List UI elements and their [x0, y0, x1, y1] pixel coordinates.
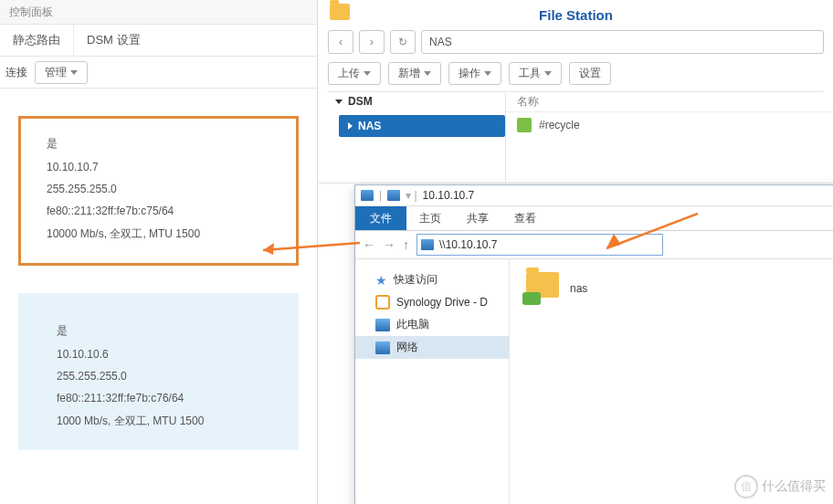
pc-icon	[361, 190, 374, 201]
watermark: 值 什么值得买	[734, 475, 826, 499]
iface2-ip: 10.10.10.6	[57, 343, 273, 365]
manage-button[interactable]: 管理	[35, 61, 88, 84]
recycle-icon	[517, 118, 532, 132]
explorer-content: nas	[510, 259, 833, 504]
reload-button[interactable]: ↻	[390, 30, 416, 54]
chevron-down-icon	[335, 100, 343, 104]
chevron-down-icon	[544, 71, 552, 76]
back-button[interactable]: ‹	[328, 30, 353, 54]
path-box[interactable]: NAS	[421, 30, 824, 54]
column-name[interactable]: 名称	[506, 91, 833, 112]
tree-node-nas[interactable]: NAS	[339, 115, 505, 137]
star-icon: ★	[375, 273, 387, 288]
ribbon-file[interactable]: 文件	[355, 206, 406, 230]
settings-button[interactable]: 设置	[569, 62, 611, 85]
file-station-toolbar: 上传 新增 操作 工具 设置	[328, 60, 824, 92]
pc-icon	[421, 239, 434, 250]
iface1-link: 10000 Mb/s, 全双工, MTU 1500	[47, 222, 270, 247]
nav-network[interactable]: 网络	[355, 336, 509, 359]
watermark-text: 什么值得买	[762, 478, 826, 495]
address-bar-row: ← → ↑	[355, 231, 833, 259]
chevron-down-icon	[484, 71, 491, 76]
tab-static-route[interactable]: 静态路由	[0, 25, 73, 56]
file-station-title: File Station	[319, 7, 833, 23]
pc-icon	[375, 319, 390, 331]
tree-root[interactable]: DSM	[328, 91, 505, 111]
chevron-down-icon	[424, 71, 431, 76]
list-item[interactable]: nas	[522, 272, 587, 305]
window-title-text: 10.10.10.7	[423, 189, 475, 202]
iface2-mask: 255.255.255.0	[57, 365, 273, 387]
iface1-ipv6: fe80::211:32ff:fe7b:c75/64	[47, 200, 270, 222]
chevron-down-icon	[364, 71, 371, 76]
ribbon-share[interactable]: 共享	[454, 206, 501, 230]
action-button[interactable]: 操作	[448, 62, 501, 85]
connect-label: 连接	[5, 65, 27, 80]
file-station-nav: ‹ › ↻ NAS	[328, 29, 824, 55]
chevron-right-icon	[348, 122, 353, 130]
nav-this-pc[interactable]: 此电脑	[355, 313, 509, 336]
nav-forward-icon[interactable]: →	[383, 237, 395, 252]
nas-share-icon	[522, 272, 561, 305]
interface-2-row[interactable]: 是 10.10.10.6 255.255.255.0 fe80::211:32f…	[18, 293, 299, 450]
item-label: #recycle	[539, 119, 580, 131]
nav-synology-drive[interactable]: Synology Drive - D	[355, 291, 509, 313]
explorer-nav-pane: ★快速访问 Synology Drive - D 此电脑 网络	[355, 259, 510, 504]
windows-explorer: | ▾ | 10.10.10.7 文件 主页 共享 查看 ← → ↑ ★快速访问…	[354, 184, 833, 504]
watermark-icon: 值	[734, 475, 758, 499]
tab-dsm-settings[interactable]: DSM 设置	[73, 25, 153, 56]
iface2-link: 1000 Mb/s, 全双工, MTU 1500	[57, 409, 273, 434]
tool-button[interactable]: 工具	[509, 62, 562, 85]
synology-drive-icon	[375, 295, 390, 310]
iface2-ipv6: fe80::211:32ff:fe7b:c76/64	[57, 387, 273, 409]
address-input[interactable]	[438, 237, 659, 252]
pc-icon	[387, 190, 400, 201]
address-bar[interactable]	[416, 234, 663, 256]
window-titlebar: | ▾ | 10.10.10.7	[355, 185, 833, 206]
network-icon	[375, 341, 390, 354]
nav-back-icon[interactable]: ←	[363, 237, 375, 252]
create-button[interactable]: 新增	[388, 62, 441, 85]
ribbon: 文件 主页 共享 查看	[355, 206, 833, 231]
iface1-ip: 10.10.10.7	[47, 156, 270, 178]
nav-up-icon[interactable]: ↑	[403, 237, 409, 252]
interface-list: 是 10.10.10.7 255.255.255.0 fe80::211:32f…	[0, 89, 317, 450]
control-panel: 控制面板 静态路由 DSM 设置 连接 管理 是 10.10.10.7 255.…	[0, 0, 318, 504]
control-panel-toolbar: 连接 管理	[0, 57, 317, 89]
chevron-down-icon	[70, 70, 78, 75]
ribbon-home[interactable]: 主页	[406, 206, 454, 230]
forward-button[interactable]: ›	[359, 30, 385, 54]
folder-tree: DSM NAS	[328, 91, 506, 183]
item-label: nas	[570, 282, 587, 295]
ribbon-view[interactable]: 查看	[501, 206, 549, 230]
nav-quick-access[interactable]: ★快速访问	[355, 268, 509, 291]
list-item[interactable]: #recycle	[506, 112, 833, 138]
file-station: File Station ‹ › ↻ NAS 上传 新增 操作 工具 设置 DS…	[319, 0, 833, 184]
upload-button[interactable]: 上传	[328, 62, 381, 85]
file-list: 名称 #recycle	[506, 91, 833, 183]
iface1-mask: 255.255.255.0	[47, 178, 270, 200]
interface-1-box: 是 10.10.10.7 255.255.255.0 fe80::211:32f…	[18, 116, 299, 266]
control-panel-tabs: 静态路由 DSM 设置	[0, 25, 317, 57]
control-panel-title: 控制面板	[0, 0, 317, 25]
iface2-status: 是	[57, 319, 273, 343]
iface1-status: 是	[47, 131, 270, 156]
